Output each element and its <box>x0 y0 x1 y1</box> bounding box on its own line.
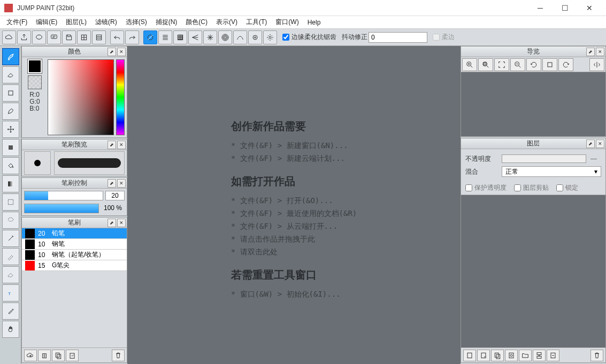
menu-file[interactable]: 文件(F) <box>2 16 32 28</box>
brush-list-item[interactable]: 10钢笔 <box>22 239 127 250</box>
radial-icon[interactable] <box>203 30 217 44</box>
move-tool[interactable] <box>2 121 19 138</box>
eyedropper-tool[interactable] <box>2 303 19 320</box>
brush-size-value[interactable]: 20 <box>105 191 125 200</box>
menu-layer[interactable]: 图层(L) <box>62 16 91 28</box>
dot-tool[interactable] <box>2 84 19 102</box>
background-color[interactable] <box>28 75 42 89</box>
brush-list-item[interactable]: 10钢笔（起笔/收笔） <box>22 250 127 260</box>
opacity-slider[interactable] <box>502 154 586 163</box>
close-button[interactable]: ✕ <box>577 0 602 16</box>
color-picker-area[interactable] <box>48 59 114 135</box>
zoom-in-icon[interactable] <box>462 58 477 71</box>
popout-icon[interactable]: ⬈ <box>586 140 595 148</box>
chat-icon[interactable] <box>32 30 46 44</box>
zoom-out-icon[interactable] <box>510 58 525 71</box>
pen-tool[interactable] <box>2 103 19 120</box>
popout-icon[interactable]: ⬈ <box>108 141 116 149</box>
close-icon[interactable]: ✕ <box>117 179 126 188</box>
popout-icon[interactable]: ⬈ <box>108 179 116 188</box>
clipping-checkbox[interactable]: 图层剪贴 <box>514 183 549 192</box>
folder-icon[interactable] <box>519 350 532 361</box>
redo-icon[interactable] <box>125 30 139 44</box>
parallel-icon[interactable] <box>158 30 172 44</box>
gear-icon[interactable] <box>263 30 277 44</box>
merge-icon[interactable] <box>547 350 559 361</box>
menu-window[interactable]: 窗口(W) <box>271 16 303 28</box>
comment-icon[interactable] <box>47 30 61 44</box>
brush-opacity-slider[interactable] <box>24 204 99 213</box>
merge-down-icon[interactable] <box>533 350 546 361</box>
undo-icon[interactable] <box>110 30 124 44</box>
maximize-button[interactable]: ☐ <box>553 0 577 16</box>
menu-select[interactable]: 选择(S) <box>121 16 151 28</box>
blend-mode-select[interactable]: 正常▾ <box>502 166 601 177</box>
fill-tool[interactable] <box>2 139 19 156</box>
selecterase-tool[interactable] <box>2 266 19 283</box>
menu-help[interactable]: Help <box>303 17 325 28</box>
rotate-ccw-icon[interactable] <box>526 58 541 71</box>
nav-preview-area[interactable] <box>461 72 605 136</box>
menu-color[interactable]: 颜色(C) <box>181 16 212 28</box>
eraser-tool[interactable] <box>2 66 19 83</box>
hue-slider[interactable] <box>116 59 125 135</box>
save-icon[interactable] <box>62 30 76 44</box>
menu-tool[interactable]: 工具(T) <box>242 16 271 28</box>
menu-filter[interactable]: 滤镜(R) <box>91 16 121 28</box>
popout-icon[interactable]: ⬈ <box>108 48 116 56</box>
mask-layer-icon[interactable] <box>505 350 518 361</box>
brush-list-item[interactable]: 20铅笔 <box>22 228 127 239</box>
gradient-tool[interactable] <box>2 175 19 192</box>
brush-copy-icon[interactable] <box>52 350 65 361</box>
snap-off-icon[interactable] <box>143 30 157 44</box>
brush-size-slider[interactable] <box>24 191 103 200</box>
bucket-tool[interactable] <box>2 157 19 174</box>
flip-icon[interactable] <box>589 58 604 71</box>
brush-import-icon[interactable] <box>66 350 79 361</box>
menu-snap[interactable]: 捕捉(N) <box>151 16 182 28</box>
antialias-checkbox[interactable]: 边缘柔化抗锯齿 <box>282 33 336 42</box>
canvas-area[interactable]: 创作新作品需要 * 文件(&F) > 新建窗口(&N)... * 文件(&F) … <box>127 46 461 364</box>
curve-icon[interactable] <box>233 30 247 44</box>
lasso-tool[interactable] <box>2 212 19 229</box>
brush-add-icon[interactable] <box>24 350 37 361</box>
close-icon[interactable]: ✕ <box>596 140 604 148</box>
menu-edit[interactable]: 编辑(E) <box>32 16 62 28</box>
zoom-fit-icon[interactable] <box>478 58 493 71</box>
grid2-icon[interactable] <box>92 30 106 44</box>
vanish-icon[interactable] <box>188 30 202 44</box>
share-icon[interactable] <box>17 30 31 44</box>
menu-view[interactable]: 表示(V) <box>212 16 242 28</box>
popout-icon[interactable]: ⬈ <box>586 48 595 56</box>
fit-screen-icon[interactable] <box>494 58 509 71</box>
brush-tool[interactable] <box>2 48 19 65</box>
shake-correction-input[interactable] <box>369 32 427 43</box>
hand-tool[interactable] <box>2 321 19 338</box>
popout-icon[interactable]: ⬈ <box>108 219 116 227</box>
delete-layer-icon[interactable] <box>590 350 603 361</box>
selectpen-tool[interactable] <box>2 248 19 265</box>
foreground-color[interactable] <box>28 59 42 73</box>
brush-dup-icon[interactable] <box>38 350 51 361</box>
cloud-icon[interactable] <box>2 30 16 44</box>
close-icon[interactable]: ✕ <box>117 219 126 227</box>
reset-rotation-icon[interactable] <box>542 58 557 71</box>
concentric-icon[interactable] <box>218 30 232 44</box>
close-icon[interactable]: ✕ <box>117 141 126 149</box>
dup-layer-icon[interactable] <box>491 350 504 361</box>
brush-list-item[interactable]: 15G笔尖 <box>22 260 127 271</box>
select-rect-tool[interactable] <box>2 193 19 211</box>
new-layer2-icon[interactable] <box>477 350 490 361</box>
text-tool[interactable]: T <box>2 284 19 301</box>
lock-checkbox[interactable]: 锁定 <box>556 183 578 192</box>
snap-target-icon[interactable] <box>248 30 262 44</box>
new-layer-icon[interactable] <box>463 350 476 361</box>
grid1-icon[interactable] <box>77 30 91 44</box>
close-icon[interactable]: ✕ <box>117 48 126 56</box>
crosshatch-icon[interactable] <box>173 30 187 44</box>
layer-list-area[interactable] <box>461 195 605 347</box>
protect-alpha-checkbox[interactable]: 保护透明度 <box>465 183 507 192</box>
wand-tool[interactable] <box>2 230 19 247</box>
minimize-button[interactable]: ─ <box>528 0 553 16</box>
close-icon[interactable]: ✕ <box>596 48 604 56</box>
